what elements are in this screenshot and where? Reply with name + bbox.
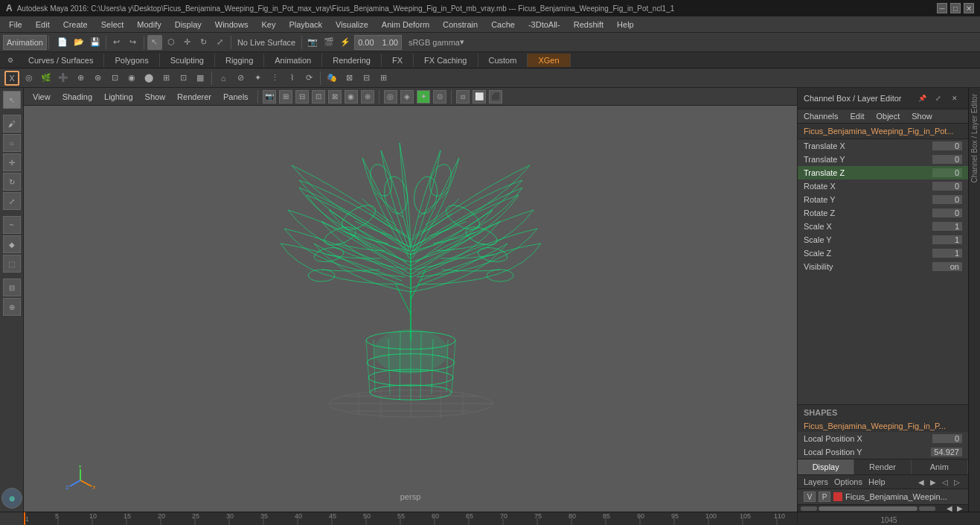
layer-icon-4[interactable]: ▷	[952, 477, 962, 487]
channel-scale-x[interactable]: Scale X 1	[798, 220, 968, 233]
open-scene-button[interactable]: 📂	[71, 35, 86, 50]
xgen-icon-1[interactable]: X	[4, 71, 19, 86]
tab-fx[interactable]: FX	[382, 54, 414, 67]
ipr-button[interactable]: ⚡	[338, 35, 353, 50]
menu-visualize[interactable]: Visualize	[330, 19, 374, 31]
layers-menu-help[interactable]: Help	[868, 477, 885, 486]
render-button[interactable]: 🎬	[321, 35, 336, 50]
scroll-thumb[interactable]	[819, 506, 917, 511]
shelf-icon-17[interactable]: ⟳	[301, 71, 316, 86]
save-scene-button[interactable]: 💾	[88, 35, 103, 50]
shelf-icon-6[interactable]: ⊡	[107, 71, 122, 86]
curve-btn[interactable]: ~	[3, 216, 21, 234]
channel-box-pin[interactable]: 📌	[915, 91, 929, 106]
vp-menu-view[interactable]: View	[28, 91, 55, 103]
lasso-tool[interactable]: ⬡	[164, 35, 179, 50]
vp-icon-10[interactable]: ⊙	[433, 90, 446, 104]
channel-visibility[interactable]: Visibility on	[798, 260, 968, 273]
shelf-icon-10[interactable]: ⊡	[176, 71, 190, 86]
tab-render[interactable]: Render	[854, 459, 911, 474]
camera-button[interactable]: 📷	[305, 35, 320, 50]
channel-translate-y[interactable]: Translate Y 0	[798, 153, 968, 166]
menu-edit[interactable]: Edit	[30, 19, 56, 31]
gamma-dropdown[interactable]: sRGB gamma ▾	[403, 35, 470, 50]
layer-item[interactable]: V P Ficus_Benjamina_Weepin...	[798, 489, 968, 504]
menu-help[interactable]: Help	[611, 19, 640, 31]
vp-menu-renderer[interactable]: Renderer	[173, 91, 216, 103]
shelf-options[interactable]: ⚙	[3, 53, 18, 68]
layers-btn[interactable]: ⊟	[3, 279, 21, 296]
tab-xgen[interactable]: XGen	[528, 54, 570, 67]
tab-rigging[interactable]: Rigging	[215, 54, 264, 67]
menu-anim-deform[interactable]: Anim Deform	[376, 19, 435, 31]
tab-sculpting[interactable]: Sculpting	[160, 54, 215, 67]
select-tool[interactable]: ↖	[147, 35, 162, 50]
layer-icon-3[interactable]: ◁	[940, 477, 950, 487]
menu-3dtoall[interactable]: -3DtoAll-	[522, 19, 566, 31]
shelf-icon-20[interactable]: ⊟	[359, 71, 374, 86]
snap-btn[interactable]: ⊕	[3, 298, 21, 316]
rotate-tool[interactable]: ↻	[196, 35, 211, 50]
shelf-icon-2[interactable]: 🌿	[39, 71, 54, 86]
tab-polygons[interactable]: Polygons	[104, 54, 159, 67]
menu-redshift[interactable]: Redshift	[568, 19, 609, 31]
tab-custom[interactable]: Custom	[478, 54, 528, 67]
minimize-button[interactable]: ─	[937, 3, 947, 13]
timeline-inner[interactable]: 1 5 10 15 20 25 30 35 40 45 50	[24, 512, 797, 525]
layer-next-icon[interactable]: ▶	[928, 477, 938, 487]
layer-visibility-toggle[interactable]: V	[804, 491, 816, 502]
layer-playback-toggle[interactable]: P	[819, 491, 830, 502]
menu-display[interactable]: Display	[169, 19, 208, 31]
vp-icon-9[interactable]: ✦	[417, 90, 430, 104]
cb-menu-edit[interactable]: Edit	[844, 109, 870, 123]
shelf-icon-16[interactable]: ⌇	[284, 71, 299, 86]
camera-icon-btn[interactable]: 📷	[263, 90, 276, 104]
shelf-icon-14[interactable]: ✦	[250, 71, 265, 86]
shelf-icon-18[interactable]: 🎭	[324, 71, 339, 86]
timeline[interactable]: 1 5 10 15 20 25 30 35 40 45 50	[0, 512, 980, 525]
shelf-icon-8[interactable]: ⬤	[141, 71, 156, 86]
maximize-button[interactable]: □	[950, 3, 961, 13]
undo-button[interactable]: ↩	[109, 35, 124, 50]
cb-menu-channels[interactable]: Channels	[798, 109, 844, 123]
shelf-icon-19[interactable]: ⊠	[342, 71, 356, 86]
key-btn[interactable]: ◆	[3, 235, 21, 253]
layer-prev-icon[interactable]: ◀	[916, 477, 926, 487]
workspace-dropdown[interactable]: Animation	[3, 35, 47, 50]
vp-icon-6[interactable]: ⊕	[361, 90, 374, 104]
lasso-btn[interactable]: ○	[3, 134, 21, 152]
vp-menu-show[interactable]: Show	[141, 91, 170, 103]
menu-windows[interactable]: Windows	[209, 19, 254, 31]
shelf-icon-12[interactable]: ⌂	[216, 71, 231, 86]
channel-rotate-y[interactable]: Rotate Y 0	[798, 193, 968, 206]
channel-rotate-z[interactable]: Rotate Z 0	[798, 206, 968, 220]
local-position-y-row[interactable]: Local Position Y 54.927	[798, 445, 968, 459]
vp-icon-1[interactable]: ⊞	[279, 90, 292, 104]
shelf-icon-15[interactable]: ⋮	[267, 71, 282, 86]
menu-cache[interactable]: Cache	[485, 19, 521, 31]
layer-color-swatch[interactable]	[833, 492, 842, 501]
channel-scale-z[interactable]: Scale Z 1	[798, 246, 968, 260]
scrollbar-bottom[interactable]: ◀ ▶	[798, 504, 968, 512]
new-scene-button[interactable]: 📄	[55, 35, 70, 50]
viewport[interactable]: persp X Y Z	[24, 106, 797, 512]
tab-anim[interactable]: Anim	[912, 459, 968, 474]
menu-file[interactable]: File	[3, 19, 28, 31]
shelf-icon-11[interactable]: ▦	[193, 71, 208, 86]
channel-box-label[interactable]: Channel Box / Layer Editor	[970, 88, 979, 189]
channel-box-close[interactable]: ✕	[947, 91, 962, 106]
vp-icon-12[interactable]: ⬜	[473, 90, 486, 104]
move-tool[interactable]: ✛	[180, 35, 195, 50]
redo-button[interactable]: ↪	[126, 35, 141, 50]
close-button[interactable]: ✕	[964, 3, 974, 13]
tab-curves-surfaces[interactable]: Curves / Surfaces	[18, 54, 104, 67]
vp-menu-lighting[interactable]: Lighting	[100, 91, 138, 103]
cb-menu-object[interactable]: Object	[870, 109, 906, 123]
vp-menu-shading[interactable]: Shading	[58, 91, 97, 103]
shelf-icon-5[interactable]: ⊛	[90, 71, 105, 86]
paint-tool-btn[interactable]: 🖌	[3, 115, 21, 133]
menu-modify[interactable]: Modify	[131, 19, 167, 31]
cb-menu-show[interactable]: Show	[906, 109, 938, 123]
vp-icon-2[interactable]: ⊟	[295, 90, 309, 104]
region-btn[interactable]: ⬚	[3, 255, 21, 273]
